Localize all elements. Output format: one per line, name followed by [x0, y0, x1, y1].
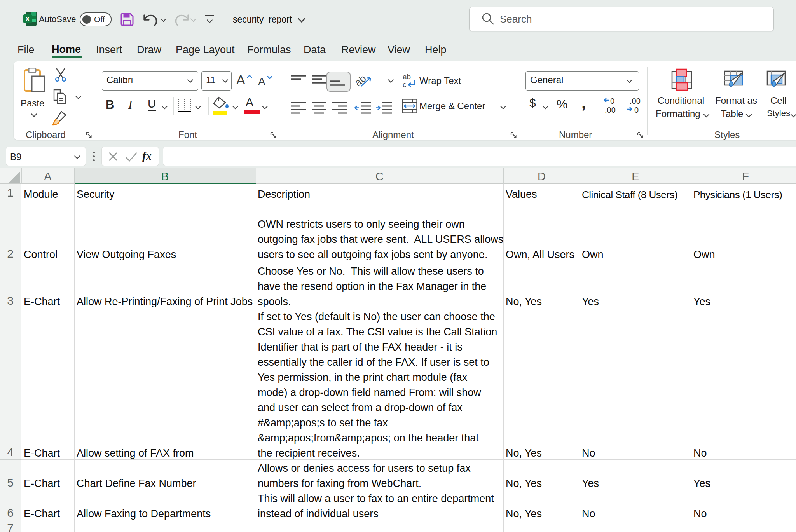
svg-text:.00: .00: [630, 97, 641, 105]
svg-text:0: 0: [634, 106, 639, 114]
svg-text:.00: .00: [605, 106, 616, 114]
svg-text:ab: ab: [403, 73, 411, 81]
svg-text:c: c: [403, 80, 407, 89]
svg-text:0: 0: [610, 97, 614, 105]
svg-text:X: X: [25, 16, 30, 23]
